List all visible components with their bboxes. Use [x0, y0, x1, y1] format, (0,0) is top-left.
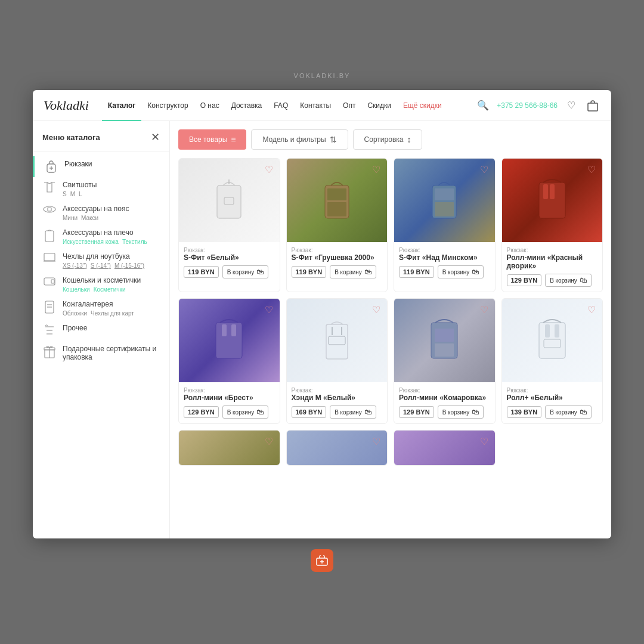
wishlist-btn-1[interactable]: ♡	[369, 162, 383, 177]
wishlist-btn-4[interactable]: ♡	[262, 302, 276, 317]
add-to-cart-6[interactable]: В корзину 🛍	[438, 405, 484, 419]
mini-option[interactable]: Мини	[63, 215, 78, 221]
product-image-3: ♡	[502, 159, 603, 242]
price-1: 119 BYN	[292, 266, 327, 278]
sidebar-item-sweatshirts[interactable]: Свитшоты S M L	[33, 177, 169, 201]
model-filter-button[interactable]: Модель и фильтры ⇅	[251, 129, 348, 150]
product-name-5: Хэнди М «Белый»	[292, 394, 383, 402]
product-footer-4: 129 BYN В корзину 🛍	[184, 405, 275, 419]
search-icon[interactable]: 🔍	[475, 98, 491, 113]
all-goods-button[interactable]: Все товары ≡	[178, 129, 246, 150]
s-option[interactable]: S (-14")	[91, 262, 111, 269]
product-footer-3: 129 BYN В корзину 🛍	[507, 274, 598, 287]
products-grid: ♡ Рюкзак: S-Фит «Белый» 119 BYN В корзин…	[178, 158, 603, 424]
add-to-cart-3[interactable]: В корзину 🛍	[545, 274, 592, 287]
nav-item-faq[interactable]: FAQ	[268, 90, 294, 121]
svg-rect-34	[231, 324, 236, 336]
sidebar-item-shoulder-acc[interactable]: Аксессуары на плечо Искусственная кожа Т…	[33, 225, 169, 249]
cart-icon[interactable]	[585, 98, 600, 113]
product-category-1: Рюкзак:	[292, 247, 383, 253]
nav-item-wholesale[interactable]: Опт	[337, 90, 361, 121]
product-category-5: Рюкзак:	[292, 387, 383, 394]
wishlist-btn-3[interactable]: ♡	[584, 162, 599, 177]
nav-links: Каталог Конструктор О нас Доставка FAQ К…	[102, 90, 475, 121]
other-icon	[42, 324, 57, 338]
product-image-4: ♡	[179, 299, 280, 382]
wishlist-btn-5[interactable]: ♡	[369, 302, 383, 317]
price-4: 129 BYN	[184, 406, 219, 418]
product-category-4: Рюкзак:	[184, 387, 275, 394]
cosmetics-option[interactable]: Косметички	[94, 286, 126, 293]
price-7: 139 BYN	[507, 406, 542, 418]
sidebar-item-belt-acc[interactable]: Аксессуары на пояс Мини Макси	[33, 201, 169, 225]
add-to-cart-1[interactable]: В корзину 🛍	[330, 265, 376, 278]
sidebar-item-backpacks[interactable]: Рюкзаки	[33, 156, 169, 177]
size-s[interactable]: S	[63, 191, 67, 197]
nav-item-delivery[interactable]: Доставка	[225, 90, 268, 121]
leather-option[interactable]: Искусственная кожа	[63, 239, 119, 245]
size-m[interactable]: M	[70, 191, 75, 197]
wishlist-btn-p2[interactable]: ♡	[477, 434, 491, 448]
add-to-cart-0[interactable]: В корзину 🛍	[222, 265, 269, 278]
wishlist-btn-2[interactable]: ♡	[477, 162, 491, 177]
textile-option[interactable]: Текстиль	[122, 239, 147, 245]
partial-image-0: ♡	[179, 431, 280, 466]
cart-icon-5: 🛍	[364, 408, 371, 416]
sidebar-item-wallets[interactable]: Кошельки и косметички Кошельки Косметичк…	[33, 273, 169, 296]
cart-icon-2: 🛍	[472, 268, 479, 276]
price-2: 119 BYN	[399, 266, 434, 278]
nav-item-about[interactable]: О нас	[194, 90, 225, 121]
add-to-cart-7[interactable]: В корзину 🛍	[545, 405, 592, 419]
product-footer-6: 129 BYN В корзину 🛍	[399, 405, 490, 419]
add-to-cart-2[interactable]: В корзину 🛍	[438, 265, 484, 278]
category-name-sweatshirts: Свитшоты	[63, 181, 160, 189]
m-option[interactable]: M (-15-16")	[114, 262, 144, 269]
partial-row: ♡ ♡ ♡	[178, 430, 603, 466]
partial-image-2: ♡	[394, 431, 495, 466]
bottom-app-icon[interactable]	[311, 549, 333, 572]
covers-option[interactable]: Обложки	[63, 310, 87, 317]
partial-image-1: ♡	[287, 431, 388, 466]
maxi-option[interactable]: Макси	[81, 215, 98, 221]
nav-item-catalog[interactable]: Каталог	[102, 90, 142, 121]
sidebar-item-laptop[interactable]: Чехлы для ноутбука XS (-13") S (-14") M …	[33, 249, 169, 273]
sort-button[interactable]: Сортировка ↕	[353, 129, 423, 150]
product-image-5: ♡	[287, 299, 388, 382]
product-card-1: ♡ Рюкзак: S-Фит «Грушевка 2000» 119 BYN …	[286, 158, 388, 292]
product-info-3: Рюкзак: Ролл-мини «Красный дворик» 129 B…	[502, 242, 603, 292]
product-name-7: Ролл+ «Белый»	[507, 394, 598, 402]
category-name-laptop: Чехлы для ноутбука	[63, 252, 160, 261]
size-l[interactable]: L	[79, 191, 82, 197]
add-to-cart-4[interactable]: В корзину 🛍	[222, 405, 269, 419]
wishlist-btn-p0[interactable]: ♡	[262, 434, 276, 448]
sidebar-item-other[interactable]: Прочее	[33, 320, 169, 341]
logo[interactable]: Vokladki	[44, 98, 89, 113]
sidebar-item-leather[interactable]: Кожгалантерея Обложки Чехлы для карт	[33, 296, 169, 320]
product-info-1: Рюкзак: S-Фит «Грушевка 2000» 119 BYN В …	[287, 242, 388, 283]
product-info-7: Рюкзак: Ролл+ «Белый» 139 BYN В корзину …	[502, 382, 603, 423]
nav-item-more-discounts[interactable]: Ещё скидки	[397, 90, 448, 121]
card-cases-option[interactable]: Чехлы для карт	[91, 310, 134, 317]
wishlist-btn-7[interactable]: ♡	[584, 302, 599, 317]
bottom-icon-bar	[311, 549, 333, 572]
product-image-1: ♡	[287, 159, 388, 242]
phone-link[interactable]: +375 29 566-88-66	[497, 101, 558, 110]
wishlist-btn-p1[interactable]: ♡	[369, 434, 383, 448]
nav-item-contacts[interactable]: Контакты	[294, 90, 337, 121]
close-sidebar-button[interactable]: ✕	[151, 131, 160, 144]
wishlist-btn-0[interactable]: ♡	[262, 162, 276, 177]
wishlist-btn-6[interactable]: ♡	[477, 302, 491, 317]
xs-option[interactable]: XS (-13")	[63, 262, 87, 269]
shoulder-icon	[42, 229, 57, 242]
belt-icon	[42, 205, 57, 213]
sidebar-item-gifts[interactable]: Подарочные сертификаты и упаковка	[33, 341, 169, 365]
nav-item-discounts[interactable]: Скидки	[361, 90, 397, 121]
wishlist-icon[interactable]: ♡	[564, 98, 579, 113]
add-to-cart-5[interactable]: В корзину 🛍	[330, 405, 376, 419]
price-5: 169 BYN	[292, 406, 327, 418]
nav-item-constructor[interactable]: Конструктор	[141, 90, 194, 121]
partial-empty	[501, 430, 603, 466]
wallets-option[interactable]: Кошельки	[63, 286, 90, 293]
product-footer-1: 119 BYN В корзину 🛍	[292, 265, 383, 278]
svg-rect-43	[545, 324, 550, 338]
